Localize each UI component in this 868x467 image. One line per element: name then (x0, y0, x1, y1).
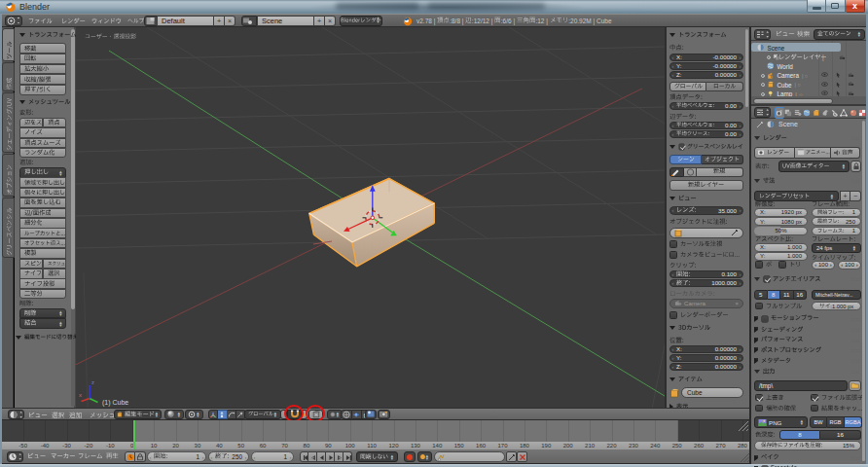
svg-text:x: x (79, 392, 82, 398)
svg-text:z: z (91, 379, 94, 385)
